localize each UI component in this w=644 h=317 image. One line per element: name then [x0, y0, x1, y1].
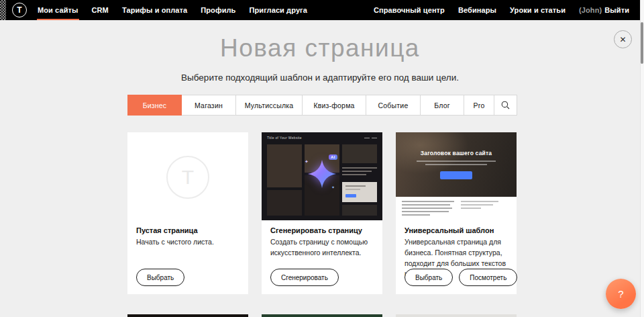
- tab-label: Pro: [474, 101, 485, 109]
- nav-item-label: CRM: [92, 6, 109, 14]
- preview-caption-line: [425, 164, 487, 165]
- nav-item-label: Справочный центр: [374, 6, 445, 14]
- tab-label: Мультиссылка: [245, 101, 294, 109]
- preview-text-lines: [342, 167, 377, 177]
- secondary-nav: Справочный центр Вебинары Уроки и статьи…: [367, 0, 644, 20]
- preview-card-block: [342, 182, 377, 202]
- tab-business[interactable]: Бизнес: [127, 95, 182, 116]
- tilda-logo[interactable]: T: [12, 3, 27, 17]
- tab-event[interactable]: Событие: [366, 95, 421, 115]
- corner-pattern-decoration: [0, 0, 6, 20]
- nav-item-label: Тарифы и оплата: [122, 6, 187, 14]
- tab-label: Блог: [434, 101, 450, 109]
- generate-button[interactable]: Сгенерировать: [270, 269, 339, 286]
- ai-star-icon: [307, 159, 337, 189]
- preview-photo-block: [342, 144, 377, 163]
- page-title: Новая страница: [0, 34, 640, 62]
- tab-label: Бизнес: [143, 101, 167, 109]
- nav-item-label: Уроки и статьи: [510, 6, 566, 14]
- tab-label: Квиз-форма: [313, 101, 354, 109]
- nav-item-help-center[interactable]: Справочный центр: [367, 0, 451, 20]
- preview-header: Title of Your Website: [262, 132, 382, 143]
- nav-item-profile[interactable]: Профиль: [194, 0, 242, 20]
- tab-blog[interactable]: Блог: [421, 95, 464, 115]
- question-mark-icon: ?: [618, 288, 623, 300]
- template-category-tabs: Бизнес Магазин Мультиссылка Квиз-форма С…: [127, 95, 517, 116]
- preview-site-title: Title of Your Website: [267, 136, 302, 140]
- template-card-partial: [396, 314, 517, 317]
- preview-paragraph-lines: [402, 201, 454, 218]
- preview-photo-block: [267, 190, 302, 216]
- nav-item-label: Мои сайты: [38, 6, 78, 14]
- user-name-label: (John): [579, 6, 602, 14]
- preview-text-section: [396, 197, 517, 220]
- search-icon: [501, 101, 510, 109]
- preview-hero-heading: Заголовок вашего сайта: [396, 150, 517, 156]
- logout-label: Выйти: [604, 6, 629, 14]
- choose-blank-button[interactable]: Выбрать: [136, 269, 184, 286]
- tilda-watermark-letter: T: [182, 166, 194, 189]
- preview-paragraph-lines: [461, 201, 498, 211]
- preview-hero-section: Заголовок вашего сайта: [396, 132, 517, 197]
- scrollbar-thumb[interactable]: [641, 22, 643, 64]
- card-actions: Выбрать Посмотреть: [405, 269, 517, 286]
- preview-caption-line: [417, 161, 496, 162]
- nav-item-label: Профиль: [201, 6, 235, 14]
- template-card-universal: Заголовок вашего сайта Универсальный шаб…: [396, 132, 517, 294]
- tab-shop[interactable]: Магазин: [182, 95, 236, 115]
- nav-item-label: Вебинары: [458, 6, 496, 14]
- tab-pro[interactable]: Pro: [464, 95, 494, 115]
- top-navigation-bar: T Мои сайты CRM Тарифы и оплата Профиль …: [0, 0, 644, 20]
- scrollbar-track[interactable]: [640, 0, 644, 317]
- preview-blue-button: [345, 194, 356, 197]
- card-title: Универсальный шаблон: [405, 226, 508, 234]
- preview-photo-block: [342, 205, 377, 216]
- new-page-modal-screen: T Мои сайты CRM Тарифы и оплата Профиль …: [0, 0, 644, 317]
- preview-menu-icon: [364, 138, 377, 138]
- tab-multilink[interactable]: Мультиссылка: [236, 95, 303, 115]
- nav-item-plans-payment[interactable]: Тарифы и оплата: [115, 0, 194, 20]
- template-card-partial: [262, 314, 382, 317]
- template-card-blank: T Пустая страница Начать с чистого листа…: [127, 132, 248, 294]
- template-card-partial: [127, 314, 248, 317]
- card-actions: Выбрать: [136, 269, 184, 286]
- nav-item-my-sites[interactable]: Мои сайты: [31, 0, 85, 20]
- nav-item-crm[interactable]: CRM: [85, 0, 115, 20]
- card-description: Начать с чистого листа.: [136, 237, 241, 248]
- nav-item-lessons-articles[interactable]: Уроки и статьи: [503, 0, 572, 20]
- template-card-generate: Title of Your Website ✦ ✦: [262, 132, 382, 294]
- tilda-logo-letter: T: [17, 5, 21, 15]
- universal-preview-image: Заголовок вашего сайта: [396, 132, 517, 220]
- tab-search[interactable]: [494, 95, 517, 115]
- page-subtitle: Выберите подходящий шаблон и адаптируйте…: [0, 73, 640, 83]
- nav-item-webinars[interactable]: Вебинары: [451, 0, 503, 20]
- ai-badge: AI: [329, 154, 337, 160]
- help-button[interactable]: ?: [606, 279, 636, 309]
- card-title: Пустая страница: [136, 226, 239, 234]
- tab-label: Магазин: [195, 101, 223, 109]
- card-title: Сгенерировать страницу: [270, 226, 374, 234]
- card-actions: Сгенерировать: [270, 269, 339, 286]
- nav-item-label: Пригласи друга: [249, 6, 307, 14]
- generate-preview-image: Title of Your Website ✦ ✦: [262, 132, 382, 220]
- tab-quiz-form[interactable]: Квиз-форма: [303, 95, 366, 115]
- blank-page-watermark: T: [166, 156, 209, 199]
- tab-label: Событие: [378, 101, 409, 109]
- card-description: Создать страницу с помощью искусственног…: [270, 237, 375, 259]
- choose-universal-button[interactable]: Выбрать: [405, 269, 453, 286]
- primary-nav: Мои сайты CRM Тарифы и оплата Профиль Пр…: [31, 0, 314, 20]
- preview-cta-button: [440, 171, 472, 179]
- nav-item-invite-friend[interactable]: Пригласи друга: [242, 0, 314, 20]
- preview-photo-block: [267, 144, 302, 187]
- view-universal-button[interactable]: Посмотреть: [459, 269, 517, 286]
- nav-item-logout[interactable]: (John) Выйти: [572, 0, 636, 20]
